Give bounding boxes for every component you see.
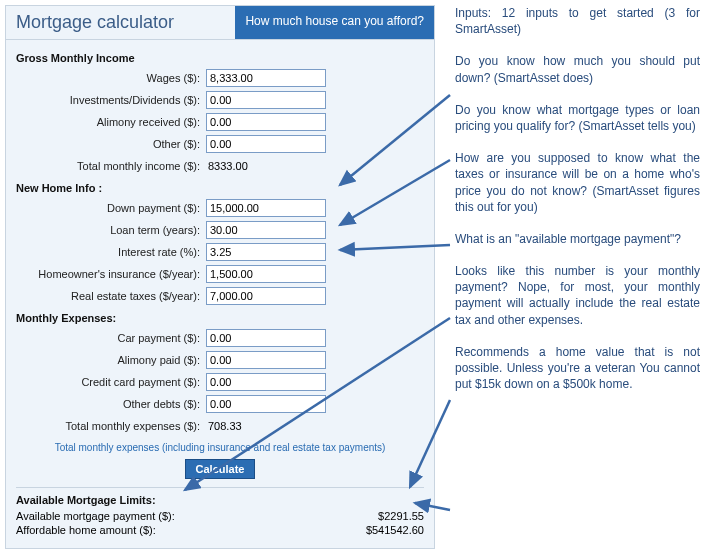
down-payment-input[interactable] xyxy=(206,199,326,217)
other-debts-label: Other debts ($): xyxy=(16,398,206,410)
wages-label: Wages ($): xyxy=(16,72,206,84)
section-expenses-title: Monthly Expenses: xyxy=(16,312,424,324)
comment-taxes-insurance: How are you supposed to know what the ta… xyxy=(455,150,700,215)
comment-mortgage-types: Do you know what mortgage types or loan … xyxy=(455,102,700,134)
total-income-value: 8333.00 xyxy=(206,160,248,172)
interest-rate-input[interactable] xyxy=(206,243,326,261)
calculate-button[interactable]: Calculate xyxy=(185,459,256,479)
alimony-paid-input[interactable] xyxy=(206,351,326,369)
available-payment-value: $2291.55 xyxy=(378,510,424,522)
total-expenses-value: 708.33 xyxy=(206,420,242,432)
investments-input[interactable] xyxy=(206,91,326,109)
alimony-received-input[interactable] xyxy=(206,113,326,131)
total-income-label: Total monthly income ($): xyxy=(16,160,206,172)
section-home-title: New Home Info : xyxy=(16,182,424,194)
investments-label: Investments/Dividends ($): xyxy=(16,94,206,106)
divider xyxy=(16,487,424,488)
loan-term-input[interactable] xyxy=(206,221,326,239)
other-income-input[interactable] xyxy=(206,135,326,153)
insurance-input[interactable] xyxy=(206,265,326,283)
app-title: Mortgage calculator xyxy=(6,6,235,39)
taxes-input[interactable] xyxy=(206,287,326,305)
comment-down-payment: Do you know how much you should put down… xyxy=(455,53,700,85)
comment-inputs: Inputs: 12 inputs to get started (3 for … xyxy=(455,5,700,37)
car-label: Car payment ($): xyxy=(16,332,206,344)
credit-card-input[interactable] xyxy=(206,373,326,391)
insurance-label: Homeowner's insurance ($/year): xyxy=(16,268,206,280)
comment-available-payment: What is an "available mortgage payment"? xyxy=(455,231,700,247)
car-input[interactable] xyxy=(206,329,326,347)
section-income-title: Gross Monthly Income xyxy=(16,52,424,64)
expenses-note: Total monthly expenses (including insura… xyxy=(16,442,424,453)
available-payment-label: Available mortgage payment ($): xyxy=(16,510,175,522)
interest-rate-label: Interest rate (%): xyxy=(16,246,206,258)
header: Mortgage calculator How much house can y… xyxy=(6,6,434,40)
total-expenses-label: Total monthly expenses ($): xyxy=(16,420,206,432)
calculator-panel: Mortgage calculator How much house can y… xyxy=(5,5,435,549)
alimony-paid-label: Alimony paid ($): xyxy=(16,354,206,366)
credit-card-label: Credit card payment ($): xyxy=(16,376,206,388)
other-income-label: Other ($): xyxy=(16,138,206,150)
down-payment-label: Down payment ($): xyxy=(16,202,206,214)
comment-home-value: Recommends a home value that is not poss… xyxy=(455,344,700,393)
other-debts-input[interactable] xyxy=(206,395,326,413)
comment-monthly-payment: Looks like this number is your monthly p… xyxy=(455,263,700,328)
limits-title: Available Mortgage Limits: xyxy=(16,494,424,506)
annotations: Inputs: 12 inputs to get started (3 for … xyxy=(455,5,700,408)
alimony-received-label: Alimony received ($): xyxy=(16,116,206,128)
taxes-label: Real estate taxes ($/year): xyxy=(16,290,206,302)
affordable-amount-label: Affordable home amount ($): xyxy=(16,524,156,536)
loan-term-label: Loan term (years): xyxy=(16,224,206,236)
affordable-amount-value: $541542.60 xyxy=(366,524,424,536)
tab-afford[interactable]: How much house can you afford? xyxy=(235,6,434,39)
wages-input[interactable] xyxy=(206,69,326,87)
